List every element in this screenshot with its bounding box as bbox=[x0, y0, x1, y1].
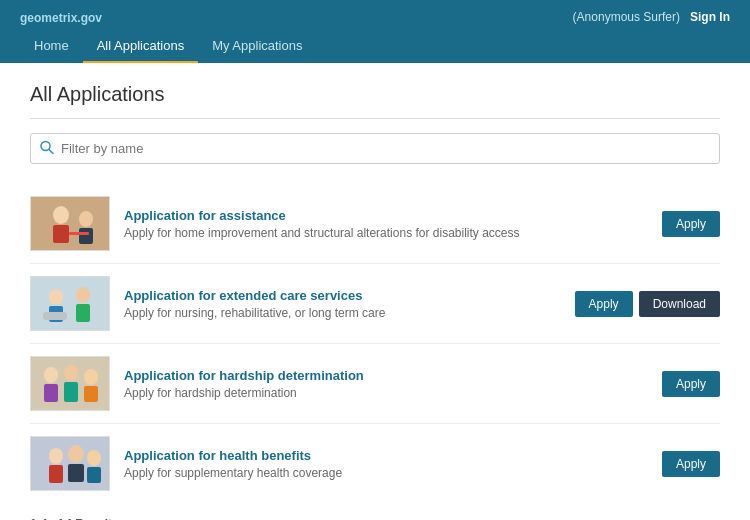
app-info: Application for health benefits Apply fo… bbox=[124, 448, 652, 480]
download-button[interactable]: Download bbox=[639, 291, 720, 317]
app-thumbnail bbox=[30, 436, 110, 491]
app-description: Apply for supplementary health coverage bbox=[124, 466, 652, 480]
app-actions: Apply bbox=[662, 451, 720, 477]
header-top: geometrix.gov (Anonymous Surfer) Sign In bbox=[0, 0, 750, 30]
apply-button[interactable]: Apply bbox=[662, 371, 720, 397]
app-info: Application for hardship determination A… bbox=[124, 368, 652, 400]
app-actions: Apply Download bbox=[575, 291, 720, 317]
svg-rect-20 bbox=[84, 386, 98, 402]
svg-rect-27 bbox=[87, 467, 101, 483]
list-item: Application for health benefits Apply fo… bbox=[30, 424, 720, 503]
svg-rect-7 bbox=[69, 232, 89, 235]
svg-point-17 bbox=[64, 365, 78, 381]
app-actions: Apply bbox=[662, 211, 720, 237]
svg-rect-2 bbox=[31, 197, 110, 251]
svg-rect-13 bbox=[76, 304, 90, 322]
svg-rect-25 bbox=[68, 464, 84, 482]
app-title[interactable]: Application for health benefits bbox=[124, 448, 311, 463]
logo-text: geometrix bbox=[20, 11, 77, 25]
header-auth: (Anonymous Surfer) Sign In bbox=[573, 10, 730, 24]
list-item: Application for extended care services A… bbox=[30, 264, 720, 344]
svg-point-26 bbox=[87, 450, 101, 466]
list-item: Application for hardship determination A… bbox=[30, 344, 720, 424]
svg-rect-23 bbox=[49, 465, 63, 483]
svg-line-1 bbox=[49, 149, 53, 153]
svg-rect-6 bbox=[79, 228, 93, 244]
search-bar bbox=[30, 133, 720, 164]
svg-point-12 bbox=[76, 287, 90, 303]
app-thumbnail bbox=[30, 196, 110, 251]
app-thumbnail bbox=[30, 356, 110, 411]
svg-point-9 bbox=[49, 289, 63, 305]
svg-rect-4 bbox=[53, 225, 69, 243]
svg-rect-16 bbox=[44, 384, 58, 402]
app-title[interactable]: Application for assistance bbox=[124, 208, 286, 223]
svg-point-15 bbox=[44, 367, 58, 383]
logo-tld: .gov bbox=[77, 11, 102, 25]
application-list: Application for assistance Apply for hom… bbox=[30, 184, 720, 503]
svg-point-22 bbox=[49, 448, 63, 464]
header: geometrix.gov (Anonymous Surfer) Sign In… bbox=[0, 0, 750, 63]
nav-item-home[interactable]: Home bbox=[20, 30, 83, 63]
site-logo: geometrix.gov bbox=[20, 8, 102, 26]
nav-item-all-applications[interactable]: All Applications bbox=[83, 30, 198, 63]
app-title[interactable]: Application for extended care services bbox=[124, 288, 362, 303]
nav-item-my-applications[interactable]: My Applications bbox=[198, 30, 316, 63]
app-title[interactable]: Application for hardship determination bbox=[124, 368, 364, 383]
title-divider bbox=[30, 118, 720, 119]
apply-button[interactable]: Apply bbox=[662, 211, 720, 237]
search-input[interactable] bbox=[30, 133, 720, 164]
svg-rect-8 bbox=[31, 277, 110, 331]
app-description: Apply for hardship determination bbox=[124, 386, 652, 400]
app-info: Application for assistance Apply for hom… bbox=[124, 208, 652, 240]
apply-button[interactable]: Apply bbox=[575, 291, 633, 317]
svg-point-24 bbox=[68, 445, 84, 463]
svg-rect-11 bbox=[43, 312, 67, 320]
app-description: Apply for home improvement and structura… bbox=[124, 226, 652, 240]
svg-point-3 bbox=[53, 206, 69, 224]
app-actions: Apply bbox=[662, 371, 720, 397]
list-item: Application for assistance Apply for hom… bbox=[30, 184, 720, 264]
app-info: Application for extended care services A… bbox=[124, 288, 565, 320]
app-description: Apply for nursing, rehabilitative, or lo… bbox=[124, 306, 565, 320]
anonymous-user-text: (Anonymous Surfer) bbox=[573, 10, 680, 24]
apply-button[interactable]: Apply bbox=[662, 451, 720, 477]
page-title: All Applications bbox=[30, 83, 720, 106]
svg-rect-18 bbox=[64, 382, 78, 402]
svg-point-19 bbox=[84, 369, 98, 385]
main-content: All Applications bbox=[0, 63, 750, 520]
app-thumbnail bbox=[30, 276, 110, 331]
sign-in-link[interactable]: Sign In bbox=[690, 10, 730, 24]
svg-point-5 bbox=[79, 211, 93, 227]
search-icon bbox=[40, 140, 54, 157]
main-nav: Home All Applications My Applications bbox=[0, 30, 750, 63]
